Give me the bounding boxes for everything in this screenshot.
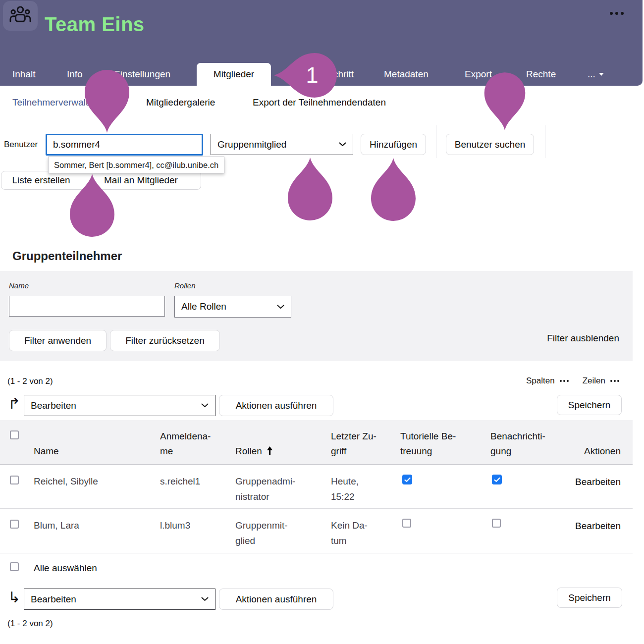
col-name[interactable]: Name (34, 444, 59, 459)
filter-roles-select[interactable]: Alle Rollen (174, 296, 291, 318)
filter-roles-value: Alle Rollen (181, 301, 226, 312)
divider (545, 125, 545, 158)
cell-role: Gruppenmit- glied (235, 518, 288, 548)
liste-erstellen-button[interactable]: Liste erstellen (1, 171, 81, 190)
benutzer-input[interactable] (46, 134, 203, 156)
chevron-down-icon (277, 305, 284, 309)
col-tutor[interactable]: Tutorielle Be- treuung (400, 429, 456, 459)
role-select-value: Gruppenmitglied (217, 139, 286, 150)
filter-roles-label: Rollen (174, 281, 196, 290)
result-count-top: (1 - 2 von 2) (7, 376, 53, 386)
select-all-header-checkbox[interactable] (10, 430, 19, 439)
marker-b-label: b (527, 83, 572, 105)
cell-last-access: Kein Da- tum (331, 518, 368, 548)
marker-3-label: 3 (334, 186, 383, 209)
role-select[interactable]: Gruppenmitglied (211, 134, 353, 155)
page-title: Team Eins (45, 13, 145, 36)
checkmark-icon (404, 477, 411, 483)
tab-mitglieder[interactable]: Mitglieder (197, 63, 271, 86)
tab-einstellungen[interactable]: Einstellungen (114, 69, 170, 80)
marker-4: 4 (369, 157, 418, 221)
col-last-access[interactable]: Letzter Zu- griff (331, 429, 376, 459)
chevron-down-icon (339, 142, 346, 147)
table-row: Blum, Lara l.blum3 Gruppenmit- glied Kei… (0, 509, 633, 553)
filter-name-input[interactable] (9, 296, 165, 317)
bulk-action-select-top[interactable]: Bearbeiten (24, 395, 215, 416)
bulk-action-value-bottom: Bearbeiten (31, 594, 76, 605)
cell-login: l.blum3 (160, 518, 190, 533)
tab-mitglieder-label: Mitglieder (214, 69, 254, 80)
tab-export[interactable]: Export (465, 69, 492, 80)
object-icon-tile (3, 1, 38, 31)
filter-name-label: Name (9, 281, 29, 290)
speichern-button-bottom[interactable]: Speichern (557, 588, 622, 608)
autocomplete-suggestion[interactable]: Sommer, Bert [b.sommer4], cc@ilub.unibe.… (48, 157, 224, 173)
bearbeiten-link[interactable]: Bearbeiten (575, 474, 621, 489)
col-login[interactable]: Anmeldena- me (160, 429, 211, 459)
table-view-controls: Spalten Zeilen (526, 376, 619, 386)
divider (436, 125, 436, 158)
cell-login: s.reichel1 (160, 474, 200, 489)
tab-lernfortschritt[interactable]: Lernfortschritt (296, 69, 354, 80)
zeilen-label: Zeilen (583, 376, 605, 386)
alle-auswaehlen-label[interactable]: Alle auswählen (34, 563, 97, 574)
tutor-checkbox[interactable] (402, 475, 412, 484)
tutor-checkbox[interactable] (402, 519, 411, 528)
col-actions: Aktionen (584, 444, 621, 459)
tab-inhalt[interactable]: Inhalt (12, 69, 35, 80)
table-header: Name Anmeldena- me Rollen Letzter Zu- gr… (0, 420, 633, 465)
tab-info[interactable]: Info (67, 69, 83, 80)
bulk-action-select-bottom[interactable]: Bearbeiten (24, 589, 215, 610)
mail-an-mitglieder-button[interactable]: Mail an Mitglieder (81, 171, 201, 190)
marker-4-label: 4 (418, 187, 466, 209)
subtab-teilnehmerverwaltung[interactable]: Teilnehmerverwaltung (12, 97, 104, 108)
spalten-label: Spalten (526, 376, 555, 386)
cell-name: Reichel, Sibylle (34, 474, 98, 489)
aktionen-ausfuehren-button-bottom[interactable]: Aktionen ausführen (219, 589, 333, 610)
marker-3: 3 (286, 157, 334, 220)
bulk-action-value-top: Bearbeiten (31, 400, 76, 411)
tab-rechte[interactable]: Rechte (526, 69, 556, 80)
row-options-icon[interactable] (610, 380, 619, 382)
column-options-icon[interactable] (560, 380, 569, 382)
speichern-button-top[interactable]: Speichern (557, 395, 622, 415)
row-checkbox[interactable] (10, 520, 19, 529)
alle-auswaehlen-checkbox[interactable] (10, 562, 19, 571)
chevron-down-icon (201, 403, 209, 408)
checkmark-icon (494, 477, 500, 483)
cell-last-access: Heute, 15:22 (331, 474, 359, 504)
group-people-icon (9, 5, 31, 26)
filter-zuruecksetzen-button[interactable]: Filter zurücksetzen (110, 330, 220, 351)
cell-name: Blum, Lara (34, 518, 79, 533)
col-roles-label: Rollen (235, 446, 262, 456)
row-checkbox[interactable] (10, 476, 19, 484)
col-notification[interactable]: Benachrichti- gung (490, 429, 545, 459)
cell-role: Gruppenadmi- nistrator (235, 474, 295, 504)
notification-checkbox[interactable] (492, 519, 501, 528)
apply-to-selection-down-icon: ↳ (8, 590, 20, 605)
tab-metadaten[interactable]: Metadaten (384, 69, 429, 80)
bearbeiten-link[interactable]: Bearbeiten (575, 518, 621, 534)
filter-ausblenden-link[interactable]: Filter ausblenden (547, 333, 619, 344)
benutzer-suchen-button[interactable]: Benutzer suchen (446, 134, 534, 155)
tab-more[interactable]: ... (588, 69, 604, 80)
apply-to-selection-up-icon: ↱ (8, 396, 20, 411)
subtab-export-teilnehmendendaten[interactable]: Export der Teilnehmendendaten (253, 97, 386, 108)
tab-more-label: ... (588, 69, 595, 80)
result-count-bottom: (1 - 2 von 2) (7, 619, 53, 629)
section-heading: Gruppenteilnehmer (12, 249, 122, 263)
hinzufuegen-button[interactable]: Hinzufügen (361, 134, 426, 155)
chevron-down-icon (201, 597, 209, 601)
sort-ascending-icon (266, 445, 273, 460)
benutzer-label: Benutzer (4, 140, 38, 150)
filter-anwenden-button[interactable]: Filter anwenden (9, 330, 107, 351)
more-options-icon[interactable] (610, 12, 624, 15)
notification-checkbox[interactable] (492, 475, 502, 484)
page-header: Team Eins Inhalt Info Einstellungen Mitg… (0, 0, 643, 86)
caret-down-icon (599, 73, 604, 76)
aktionen-ausfuehren-button-top[interactable]: Aktionen ausführen (219, 395, 333, 416)
marker-2-label: 2 (116, 203, 165, 225)
table-row: Reichel, Sibylle s.reichel1 Gruppenadmi-… (0, 465, 633, 509)
col-roles[interactable]: Rollen (235, 444, 273, 460)
subtab-mitgliedergalerie[interactable]: Mitgliedergalerie (146, 97, 215, 108)
